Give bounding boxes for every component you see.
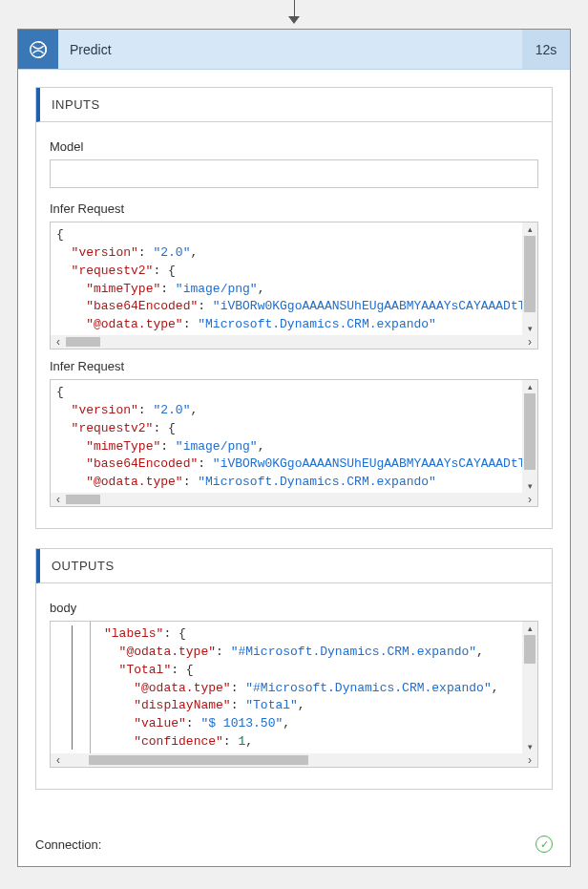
body-label: body — [50, 601, 538, 615]
scrollbar-horizontal[interactable]: ‹ › — [51, 493, 537, 506]
card-title: Predict — [58, 30, 522, 69]
model-input[interactable] — [50, 159, 538, 188]
connection-label: Connection: — [35, 837, 101, 852]
action-card-predict: Predict 12s INPUTS Model Infer Request {… — [17, 29, 571, 867]
inputs-section: INPUTS Model Infer Request { "version": … — [35, 87, 553, 529]
infer-request-viewer-1[interactable]: { "version": "2.0", "requestv2": { "mime… — [50, 222, 538, 349]
card-footer: Connection: ✓ — [35, 836, 553, 853]
infer-request-label-1: Infer Request — [50, 201, 538, 216]
model-label: Model — [50, 139, 538, 154]
body-viewer[interactable]: "labels": { "@odata.type": "#Microsoft.D… — [50, 621, 538, 768]
scrollbar-vertical[interactable]: ▴ ▾ — [522, 622, 537, 753]
infer-request-viewer-2[interactable]: { "version": "2.0", "requestv2": { "mime… — [50, 379, 538, 507]
scrollbar-vertical[interactable]: ▴ ▾ — [522, 380, 537, 493]
status-ok-icon: ✓ — [536, 836, 553, 853]
inputs-section-header: INPUTS — [36, 88, 552, 122]
ai-builder-icon — [18, 30, 58, 69]
flow-arrow-in — [288, 0, 300, 24]
scrollbar-vertical[interactable]: ▴ ▾ — [522, 222, 537, 335]
scrollbar-horizontal[interactable]: ‹ › — [51, 335, 537, 349]
infer-request-label-2: Infer Request — [50, 359, 538, 373]
outputs-section-header: OUTPUTS — [36, 549, 552, 583]
card-header[interactable]: Predict 12s — [18, 30, 570, 70]
outputs-section: OUTPUTS body "labels": { "@odata.type": … — [35, 548, 553, 790]
scrollbar-horizontal[interactable]: ‹ › — [51, 753, 537, 767]
card-duration: 12s — [522, 30, 570, 69]
